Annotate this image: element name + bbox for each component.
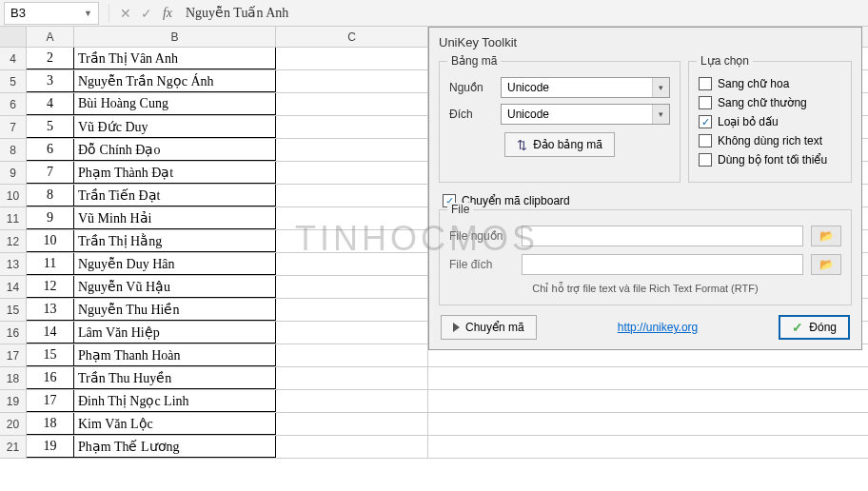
cell[interactable]: 10 bbox=[27, 230, 74, 252]
cell[interactable]: 7 bbox=[27, 162, 74, 184]
cell[interactable] bbox=[276, 367, 428, 389]
cell[interactable] bbox=[276, 207, 428, 229]
cell[interactable] bbox=[276, 436, 428, 458]
cell[interactable]: 18 bbox=[27, 413, 74, 435]
cell[interactable] bbox=[276, 139, 428, 161]
row-header[interactable]: 10 bbox=[0, 185, 27, 206]
row-header[interactable]: 13 bbox=[0, 253, 27, 275]
cell[interactable] bbox=[276, 70, 428, 92]
unikey-link[interactable]: http://unikey.org bbox=[618, 321, 699, 334]
row-header[interactable]: 18 bbox=[0, 367, 27, 389]
row-header[interactable]: 14 bbox=[0, 276, 27, 298]
dialog-title: UniKey Toolkit bbox=[429, 28, 861, 57]
row-header[interactable]: 19 bbox=[0, 390, 27, 412]
cell[interactable]: Phạm Thành Đạt bbox=[74, 162, 276, 184]
checkbox-rich[interactable]: Không dùng rich text bbox=[699, 134, 841, 147]
row-header[interactable]: 4 bbox=[0, 48, 27, 69]
cell[interactable]: 17 bbox=[27, 390, 74, 412]
dich-select[interactable]: Unicode ▾ bbox=[501, 104, 670, 125]
col-header-a[interactable]: A bbox=[27, 27, 74, 47]
cell[interactable]: Bùi Hoàng Cung bbox=[74, 93, 276, 115]
cell[interactable]: 3 bbox=[27, 70, 74, 92]
cell[interactable]: 14 bbox=[27, 322, 74, 344]
bang-ma-group: Bảng mã Nguồn Unicode ▾ Đích Unicode ▾ bbox=[439, 61, 681, 183]
cell[interactable]: 8 bbox=[27, 185, 74, 206]
cell[interactable]: 6 bbox=[27, 139, 74, 161]
row-header[interactable]: 5 bbox=[0, 70, 27, 92]
fx-icon[interactable]: fx bbox=[157, 3, 178, 24]
row-header[interactable]: 15 bbox=[0, 299, 27, 321]
cell[interactable] bbox=[276, 185, 428, 206]
row-header[interactable]: 16 bbox=[0, 322, 27, 344]
cell[interactable]: Phạm Thanh Hoàn bbox=[74, 344, 276, 366]
cell[interactable]: Phạm Thế Lương bbox=[74, 436, 276, 458]
row-header[interactable]: 6 bbox=[0, 93, 27, 115]
cell[interactable]: Đinh Thị Ngọc Linh bbox=[74, 390, 276, 412]
checkbox-loai-dau[interactable]: ✓Loại bỏ dấu bbox=[699, 115, 841, 128]
checkbox-icon bbox=[699, 96, 712, 109]
cell[interactable]: Lâm Văn Hiệp bbox=[74, 322, 276, 344]
file-dich-input[interactable] bbox=[522, 254, 803, 275]
cell[interactable] bbox=[276, 116, 428, 138]
cell[interactable] bbox=[276, 230, 428, 252]
cell[interactable]: Đỗ Chính Đạo bbox=[74, 139, 276, 161]
cell[interactable]: 15 bbox=[27, 344, 74, 366]
cell[interactable] bbox=[276, 344, 428, 366]
cell[interactable]: Trần Thị Vân Anh bbox=[74, 48, 276, 69]
cell[interactable]: Nguyễn Trần Ngọc Ánh bbox=[74, 70, 276, 92]
col-header-c[interactable]: C bbox=[276, 27, 428, 47]
row-header[interactable]: 20 bbox=[0, 413, 27, 435]
row-header[interactable]: 17 bbox=[0, 344, 27, 366]
cell[interactable] bbox=[276, 253, 428, 275]
cell[interactable]: 19 bbox=[27, 436, 74, 458]
file-dich-browse[interactable]: 📂 bbox=[811, 254, 841, 275]
formula-input[interactable]: Nguyễn Tuấn Anh bbox=[178, 5, 868, 21]
close-button[interactable]: ✓ Đóng bbox=[779, 315, 850, 340]
cell[interactable] bbox=[276, 276, 428, 298]
name-box[interactable]: B3 ▼ bbox=[4, 2, 99, 25]
cell[interactable]: 4 bbox=[27, 93, 74, 115]
cell[interactable] bbox=[276, 390, 428, 412]
cell[interactable] bbox=[276, 162, 428, 184]
cell[interactable]: Nguyễn Vũ Hậu bbox=[74, 276, 276, 298]
cell[interactable] bbox=[276, 93, 428, 115]
col-header-b[interactable]: B bbox=[74, 27, 276, 47]
cell[interactable]: Trần Thu Huyền bbox=[74, 367, 276, 389]
enter-formula-icon[interactable]: ✓ bbox=[136, 3, 157, 24]
cell[interactable]: 11 bbox=[27, 253, 74, 275]
cell[interactable]: Vũ Đức Duy bbox=[74, 116, 276, 138]
cell[interactable]: Trần Thị Hằng bbox=[74, 230, 276, 252]
cancel-formula-icon[interactable]: ✕ bbox=[115, 3, 136, 24]
row-header[interactable]: 11 bbox=[0, 207, 27, 229]
cell[interactable]: 2 bbox=[27, 48, 74, 69]
cell[interactable]: 16 bbox=[27, 367, 74, 389]
checkbox-hoa[interactable]: Sang chữ hoa bbox=[699, 77, 841, 90]
row-header[interactable]: 8 bbox=[0, 139, 27, 161]
row-header[interactable]: 12 bbox=[0, 230, 27, 252]
cell[interactable]: 12 bbox=[27, 276, 74, 298]
checkbox-thuong[interactable]: Sang chữ thường bbox=[699, 96, 841, 109]
cell[interactable] bbox=[276, 299, 428, 321]
row-header[interactable]: 21 bbox=[0, 436, 27, 458]
cell[interactable]: Kim Văn Lộc bbox=[74, 413, 276, 435]
select-all-corner[interactable] bbox=[0, 27, 27, 47]
cell[interactable] bbox=[276, 48, 428, 69]
cell[interactable]: Nguyễn Thu Hiền bbox=[74, 299, 276, 321]
nguon-select[interactable]: Unicode ▾ bbox=[501, 77, 670, 98]
cell[interactable]: 13 bbox=[27, 299, 74, 321]
cell[interactable] bbox=[276, 413, 428, 435]
cell[interactable]: 5 bbox=[27, 116, 74, 138]
file-nguon-input[interactable] bbox=[522, 226, 803, 246]
swap-button[interactable]: ⇅ Đảo bảng mã bbox=[504, 132, 615, 157]
file-nguon-browse[interactable]: 📂 bbox=[811, 226, 841, 246]
row-header[interactable]: 7 bbox=[0, 116, 27, 138]
checkbox-clipboard[interactable]: ✓ Chuyển mã clipboard bbox=[443, 194, 852, 207]
cell[interactable] bbox=[276, 322, 428, 344]
cell[interactable]: 9 bbox=[27, 207, 74, 229]
cell[interactable]: Vũ Minh Hải bbox=[74, 207, 276, 229]
cell[interactable]: Trần Tiến Đạt bbox=[74, 185, 276, 206]
convert-button[interactable]: Chuyển mã bbox=[441, 315, 537, 340]
checkbox-font-min[interactable]: Dùng bộ font tối thiểu bbox=[699, 153, 841, 167]
cell[interactable]: Nguyễn Duy Hân bbox=[74, 253, 276, 275]
row-header[interactable]: 9 bbox=[0, 162, 27, 184]
